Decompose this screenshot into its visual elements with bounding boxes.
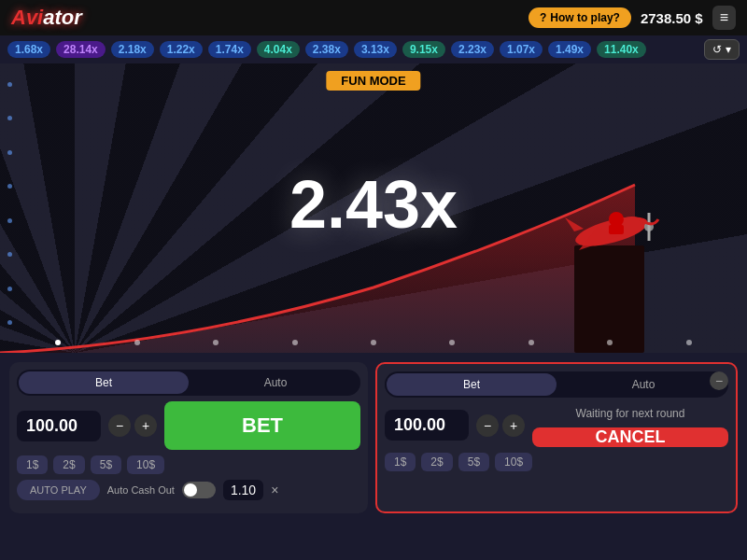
- how-to-play-button[interactable]: ? How to play?: [529, 7, 631, 28]
- progress-dot: [686, 340, 692, 345]
- y-dot: [7, 82, 12, 87]
- y-dot: [7, 218, 12, 223]
- chevron-down-icon: ▾: [726, 43, 731, 56]
- right-quick-bet-1[interactable]: 1$: [385, 453, 416, 471]
- cancel-button[interactable]: CANCEL: [532, 427, 728, 447]
- y-axis-dots: [7, 82, 12, 325]
- auto-play-row: AUTO PLAY Auto Cash Out 1.10 ×: [17, 480, 360, 500]
- close-icon[interactable]: ×: [271, 483, 278, 497]
- right-bet-row: 100.00 − + Waiting for next round CANCEL: [385, 403, 728, 447]
- progress-dot: [449, 340, 455, 345]
- left-bet-amount: 100.00: [17, 411, 101, 441]
- auto-play-button[interactable]: AUTO PLAY: [17, 480, 100, 500]
- y-dot: [7, 116, 12, 120]
- mult-badge-1[interactable]: 1.68x: [7, 41, 50, 58]
- left-bet-controls: − +: [108, 414, 157, 437]
- y-dot: [7, 184, 12, 189]
- header: Aviator ? How to play? 2738.50 $ ≡: [0, 0, 747, 35]
- auto-cash-out-label: Auto Cash Out: [107, 484, 175, 496]
- right-quick-bet-10[interactable]: 10$: [495, 453, 532, 471]
- history-button[interactable]: ↺ ▾: [704, 39, 740, 60]
- right-panel-tabs: Bet Auto: [385, 371, 728, 398]
- mult-badge-5[interactable]: 1.74x: [208, 41, 251, 58]
- quick-bet-10[interactable]: 10$: [127, 455, 164, 474]
- mult-badge-8[interactable]: 3.13x: [354, 41, 397, 58]
- minimize-panel-button[interactable]: −: [710, 371, 728, 390]
- game-area: FUN MODE 2.43x: [0, 63, 747, 353]
- right-tab-auto[interactable]: Auto: [558, 371, 728, 398]
- progress-dot: [607, 340, 613, 345]
- bet-button[interactable]: BET: [164, 401, 360, 450]
- mult-badge-10[interactable]: 2.23x: [451, 41, 494, 58]
- right-quick-bets: 1$ 2$ 5$ 10$: [385, 453, 728, 471]
- right-tab-bet[interactable]: Bet: [387, 373, 557, 396]
- current-multiplier: 2.43x: [289, 166, 458, 243]
- right-bet-amount: 100.00: [385, 410, 469, 441]
- waiting-label: Waiting for next round: [532, 403, 728, 424]
- progress-dot: [55, 340, 61, 345]
- left-tab-bet[interactable]: Bet: [19, 371, 189, 394]
- left-bet-panel: Bet Auto 100.00 − + BET 1$ 2$ 5$ 10$ AUT…: [9, 362, 368, 513]
- right-decrease-bet[interactable]: −: [476, 414, 499, 437]
- balance-display: 2738.50 $: [641, 10, 703, 26]
- header-right: ? How to play? 2738.50 $ ≡: [529, 6, 736, 30]
- history-icon: ↺: [712, 43, 722, 56]
- left-tab-auto[interactable]: Auto: [190, 370, 360, 396]
- mult-badge-11[interactable]: 1.07x: [500, 41, 543, 58]
- quick-bet-2[interactable]: 2$: [53, 455, 84, 474]
- left-bet-row: 100.00 − + BET: [17, 401, 360, 450]
- progress-dot: [292, 340, 298, 345]
- right-bet-controls: − +: [476, 414, 525, 437]
- progress-dot: [529, 340, 534, 345]
- cash-out-value[interactable]: 1.10: [223, 480, 263, 500]
- svg-point-6: [609, 212, 624, 227]
- auto-cash-out-toggle[interactable]: [182, 482, 216, 498]
- y-dot: [7, 320, 12, 325]
- logo: Aviator: [11, 6, 82, 30]
- right-increase-bet[interactable]: +: [502, 414, 525, 437]
- mult-badge-12[interactable]: 1.49x: [548, 41, 591, 58]
- right-bet-panel: − Bet Auto 100.00 − + Waiting for next r…: [375, 362, 738, 513]
- y-dot: [7, 150, 12, 155]
- left-increase-bet[interactable]: +: [134, 414, 157, 437]
- right-quick-bet-2[interactable]: 2$: [421, 453, 452, 471]
- progress-dot: [213, 340, 218, 345]
- bottom-panel: Bet Auto 100.00 − + BET 1$ 2$ 5$ 10$ AUT…: [0, 353, 747, 523]
- quick-bet-1[interactable]: 1$: [17, 455, 48, 474]
- toggle-knob: [184, 483, 197, 497]
- game-progress-dots: [0, 340, 747, 345]
- mult-badge-13[interactable]: 11.40x: [597, 41, 646, 58]
- quick-bet-5[interactable]: 5$: [91, 455, 121, 474]
- multiplier-bar: 1.68x 28.14x 2.18x 1.22x 1.74x 4.04x 2.3…: [0, 35, 747, 63]
- right-quick-bet-5[interactable]: 5$: [458, 453, 489, 471]
- svg-rect-7: [609, 225, 624, 234]
- question-icon: ?: [540, 11, 546, 24]
- plane-icon: [560, 199, 672, 264]
- left-quick-bets: 1$ 2$ 5$ 10$: [17, 455, 360, 474]
- progress-dot: [371, 340, 376, 345]
- y-dot: [7, 252, 12, 257]
- left-panel-tabs: Bet Auto: [17, 370, 360, 396]
- fun-mode-banner: FUN MODE: [326, 71, 420, 91]
- mult-badge-9[interactable]: 9.15x: [402, 41, 445, 58]
- mult-badge-4[interactable]: 1.22x: [160, 41, 203, 58]
- mult-badge-7[interactable]: 2.38x: [305, 41, 348, 58]
- menu-button[interactable]: ≡: [712, 6, 736, 30]
- mult-badge-6[interactable]: 4.04x: [257, 41, 300, 58]
- progress-dot: [134, 340, 140, 345]
- svg-marker-3: [565, 217, 584, 231]
- left-decrease-bet[interactable]: −: [108, 414, 131, 437]
- mult-badge-3[interactable]: 2.18x: [111, 41, 154, 58]
- mult-badge-2[interactable]: 28.14x: [56, 41, 106, 58]
- y-dot: [7, 287, 12, 291]
